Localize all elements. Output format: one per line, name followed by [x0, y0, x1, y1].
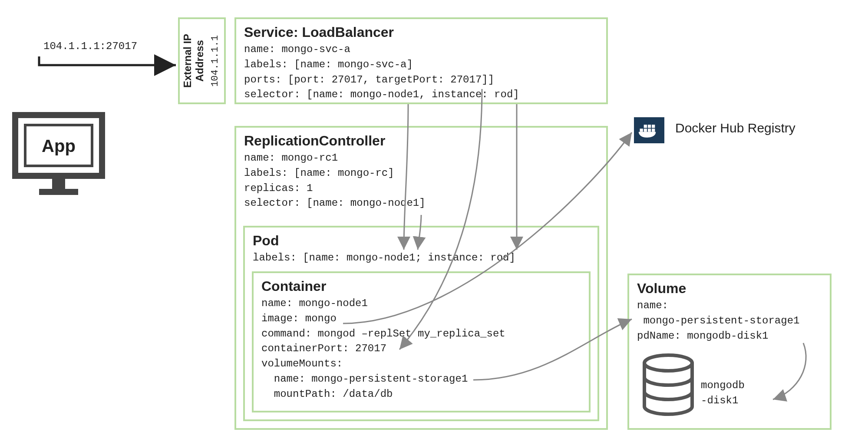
container-line1: name: mongo-node1: [261, 296, 581, 311]
app-monitor-icon: App: [13, 113, 104, 201]
pod-title: Pod: [253, 233, 590, 249]
svg-point-4: [644, 355, 692, 371]
disk-label: mongodb -disk1: [701, 378, 745, 409]
container-line7: mountPath: /data/db: [261, 387, 581, 402]
svg-rect-10: [647, 125, 650, 128]
rc-line2: labels: [name: mongo-rc]: [244, 166, 598, 181]
container-title: Container: [261, 278, 581, 294]
service-line1: name: mongo-svc-a: [244, 42, 598, 57]
disk-label1: mongodb: [701, 379, 745, 391]
service-line3: ports: [port: 27017, targetPort: 27017]]: [244, 73, 598, 88]
volume-line1: name:: [637, 298, 822, 313]
volume-box: Volume name: mongo-persistent-storage1 p…: [627, 274, 832, 430]
external-ip-label1: External IP: [182, 34, 193, 88]
external-ip-label2: Address: [194, 40, 205, 82]
container-line3: command: mongod –replSet my_replica_set: [261, 327, 581, 342]
rc-line4: selector: [name: mongo-node1]: [244, 196, 598, 211]
container-box: Container name: mongo-node1 image: mongo…: [252, 271, 591, 412]
rc-line3: replicas: 1: [244, 181, 598, 196]
endpoint-label: 104.1.1.1:27017: [43, 39, 137, 54]
volume-line3: pdName: mongodb-disk1: [637, 329, 822, 344]
svg-rect-3: [39, 189, 78, 195]
rc-line1: name: mongo-rc1: [244, 151, 598, 166]
svg-rect-2: [52, 176, 65, 189]
volume-line2: mongo-persistent-storage1: [637, 313, 822, 329]
volume-title: Volume: [637, 280, 822, 297]
docker-label: Docker Hub Registry: [675, 121, 795, 135]
svg-rect-9: [644, 125, 647, 128]
container-line2: image: mongo: [261, 311, 581, 327]
external-ip-box: External IP Address 104.1.1.1: [178, 17, 226, 104]
service-box: Service: LoadBalancer name: mongo-svc-a …: [234, 17, 608, 104]
service-title: Service: LoadBalancer: [244, 24, 598, 40]
service-line4: selector: [name: mongo-node1, instance: …: [244, 87, 598, 102]
svg-rect-11: [652, 125, 655, 128]
external-ip-value: 104.1.1.1: [208, 35, 222, 87]
service-line2: labels: [name: mongo-svc-a]: [244, 57, 598, 73]
container-line4: containerPort: 27017: [261, 341, 581, 356]
container-line6: name: mongo-persistent-storage1: [261, 372, 581, 387]
docker-icon: [634, 117, 664, 143]
disk-label2: -disk1: [701, 395, 738, 406]
rc-title: ReplicationController: [244, 133, 598, 149]
pod-line1: labels: [name: mongo-node1; instance: ro…: [253, 251, 590, 266]
app-label: App: [42, 136, 76, 155]
container-line5: volumeMounts:: [261, 356, 581, 372]
